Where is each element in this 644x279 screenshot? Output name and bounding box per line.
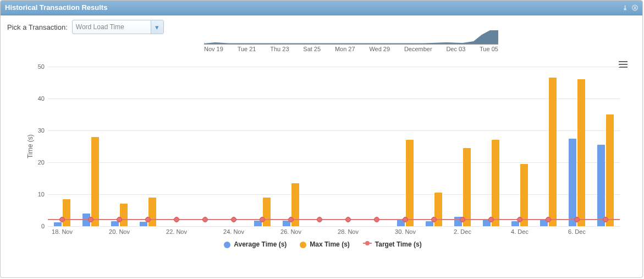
bar-avg[interactable] xyxy=(569,139,576,227)
gridline xyxy=(48,67,620,67)
nav-tick: Tue 05 xyxy=(480,46,498,52)
nav-tick: Mon 27 xyxy=(335,46,355,52)
panel-header-actions: ⤓ ⓧ xyxy=(623,1,638,15)
range-navigator[interactable]: Nov 19 Tue 21 Thu 23 Sat 25 Mon 27 Wed 2… xyxy=(204,28,498,54)
legend-max-label: Max Time (s) xyxy=(310,240,349,248)
x-tick: 28. Nov xyxy=(338,228,359,235)
x-tick: 2. Dec xyxy=(454,228,471,235)
legend-target-label: Target Time (s) xyxy=(375,240,422,248)
bar-max[interactable] xyxy=(91,137,99,226)
y-tick: 0 xyxy=(30,223,45,229)
gridline xyxy=(48,130,620,131)
nav-tick: Dec 03 xyxy=(446,46,465,52)
target-dot xyxy=(345,217,351,222)
target-dot xyxy=(374,217,379,222)
target-dot xyxy=(88,217,93,222)
bar-avg[interactable] xyxy=(54,222,62,226)
picker-label: Pick a Transaction: xyxy=(7,23,68,31)
legend: Average Time (s) Max Time (s) Target Tim… xyxy=(15,240,631,248)
transaction-picker-input[interactable] xyxy=(73,23,151,31)
nav-tick: Sat 25 xyxy=(303,46,321,52)
target-dot xyxy=(317,217,322,222)
transaction-picker[interactable]: ▾ xyxy=(72,20,164,34)
bar-max[interactable] xyxy=(406,140,414,226)
panel-title: Historical Transaction Results xyxy=(5,1,107,15)
gridline xyxy=(48,162,620,163)
x-tick: 4. Dec xyxy=(511,228,529,235)
y-tick: 50 xyxy=(30,63,45,70)
x-tick: 26. Nov xyxy=(280,228,301,235)
nav-tick: Wed 29 xyxy=(369,46,390,52)
x-tick: 22. Nov xyxy=(166,228,187,235)
legend-item-max[interactable]: Max Time (s) xyxy=(300,240,349,248)
y-tick: 20 xyxy=(30,159,45,166)
x-tick: 18. Nov xyxy=(52,228,73,235)
bar-max[interactable] xyxy=(63,199,70,226)
bar-max[interactable] xyxy=(120,204,128,226)
bar-max[interactable] xyxy=(549,78,557,226)
target-dot xyxy=(403,217,408,222)
nav-tick: Tue 21 xyxy=(238,46,256,52)
nav-tick: December xyxy=(404,46,432,52)
y-tick: 10 xyxy=(30,191,45,198)
nav-tick: Thu 23 xyxy=(270,46,289,52)
gridline xyxy=(48,194,620,195)
bar-avg[interactable] xyxy=(597,145,605,226)
target-dot xyxy=(517,217,522,222)
gridline xyxy=(48,99,620,99)
target-dot xyxy=(117,217,122,222)
max-swatch-icon xyxy=(300,242,306,248)
chevron-down-icon[interactable]: ▾ xyxy=(151,20,163,34)
x-tick: 20. Nov xyxy=(109,228,130,235)
target-dot xyxy=(174,217,179,222)
x-axis-ticks: 18. Nov20. Nov22. Nov24. Nov26. Nov28. N… xyxy=(48,228,620,237)
target-dot xyxy=(603,217,608,222)
target-dot xyxy=(460,217,465,222)
x-tick: 6. Dec xyxy=(568,228,586,235)
target-dot xyxy=(574,217,580,222)
bar-max[interactable] xyxy=(520,164,528,226)
close-icon[interactable]: ⓧ xyxy=(632,1,638,15)
nav-tick: Nov 19 xyxy=(204,46,223,52)
target-dot xyxy=(546,217,551,222)
target-line xyxy=(48,219,620,220)
target-dot xyxy=(288,217,294,222)
target-dot xyxy=(59,217,65,222)
y-tick: 40 xyxy=(30,95,45,102)
target-dot xyxy=(260,217,265,222)
gridline xyxy=(48,226,620,227)
panel: Historical Transaction Results ⤓ ⓧ Pick … xyxy=(0,0,643,278)
x-tick: 24. Nov xyxy=(223,228,244,235)
y-tick: 30 xyxy=(30,127,45,134)
bar-max[interactable] xyxy=(463,148,471,226)
main-chart: Time (s) 01020304050 18. Nov20. Nov22. N… xyxy=(15,61,631,248)
bar-max[interactable] xyxy=(577,79,585,226)
target-dot xyxy=(488,217,494,222)
legend-item-target[interactable]: Target Time (s) xyxy=(363,240,422,248)
bar-max[interactable] xyxy=(492,140,499,226)
target-dot xyxy=(231,217,236,222)
target-dot xyxy=(202,217,208,222)
bar-avg[interactable] xyxy=(140,222,147,226)
panel-header: Historical Transaction Results ⤓ ⓧ xyxy=(1,1,642,15)
plot-area: Time (s) 01020304050 xyxy=(48,67,620,226)
collapse-icon[interactable]: ⤓ xyxy=(623,1,628,15)
target-swatch-icon xyxy=(363,243,372,244)
y-axis-label: Time (s) xyxy=(26,134,34,158)
bar-max[interactable] xyxy=(606,114,614,226)
x-tick: 30. Nov xyxy=(395,228,416,235)
navigator-spark xyxy=(204,28,498,45)
target-dot xyxy=(145,217,151,222)
navigator-ticks: Nov 19 Tue 21 Thu 23 Sat 25 Mon 27 Wed 2… xyxy=(204,46,498,52)
legend-item-avg[interactable]: Average Time (s) xyxy=(224,240,287,248)
avg-swatch-icon xyxy=(224,242,230,248)
target-dot xyxy=(431,217,437,222)
legend-avg-label: Average Time (s) xyxy=(234,240,287,248)
